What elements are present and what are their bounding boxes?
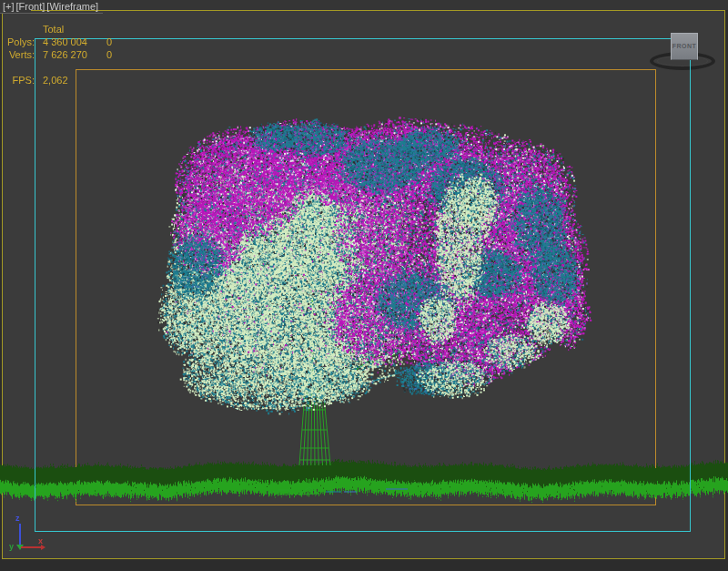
axis-x-icon	[21, 546, 41, 548]
stats-fps-label: FPS:	[0, 75, 35, 86]
stats-header: Total	[43, 24, 64, 35]
viewcube-front-face[interactable]: FRONT	[671, 33, 698, 60]
stats-fps-value: 2,062	[43, 75, 68, 86]
viewport-label: [+][Front][Wireframe]	[3, 1, 100, 12]
axis-y-label: y	[9, 542, 14, 551]
axis-x-label: x	[38, 536, 43, 546]
stats-verts-value: 7 626 270	[43, 49, 87, 60]
viewport-menu-shading[interactable]: [Wireframe]	[46, 1, 98, 12]
axis-z-label: z	[15, 514, 20, 523]
viewport-menu-pov[interactable]: [Front]	[16, 1, 46, 12]
stats-verts-selected: 0	[106, 49, 112, 60]
viewport-label-underline	[0, 13, 103, 14]
viewport-menu-general[interactable]: [+]	[3, 1, 15, 12]
safe-frame-action	[35, 38, 691, 532]
stats-verts-label: Verts:	[0, 49, 35, 60]
stats-polys-value: 4 360 004	[43, 36, 87, 47]
stats-polys-label: Polys:	[0, 36, 35, 47]
stats-polys-selected: 0	[106, 36, 112, 47]
